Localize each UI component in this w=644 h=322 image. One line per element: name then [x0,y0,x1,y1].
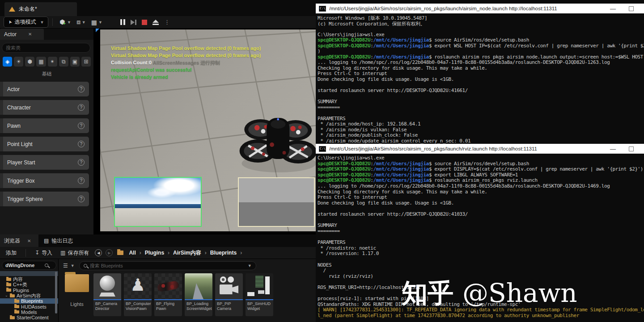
tree-item-models[interactable]: Models [0,309,58,315]
select-mode-button[interactable]: ➤ 选项模式 ▼ [4,17,48,28]
asset-bp-camera-director[interactable]: BP_Camera Director [93,273,121,316]
watermark-handle: @Shawn [462,278,577,308]
add-actor-button[interactable]: ⬢▼ [59,18,71,26]
minimize-button[interactable]: — [610,5,616,12]
minimize-button[interactable]: — [610,146,616,152]
blueprints-button[interactable]: ⧈▼ [76,18,86,26]
place-actor-item[interactable]: Trigger Sphere ? [0,192,89,206]
terminal-line: SUMMARY [318,99,644,105]
asset-search-input[interactable] [90,263,245,268]
sources-scrollbar[interactable] [55,272,57,314]
import-button[interactable]: ↧ 导入 [32,249,55,257]
tab-content-browser[interactable]: 浏览器 ✕ [0,234,38,247]
tab-output-log[interactable]: ▤ 输出日志 [38,237,78,245]
save-all-button[interactable]: ▥ 保存所有 [57,249,92,257]
close-icon[interactable]: ✕ [28,32,32,37]
terminal-line: C:\Users\jingjia>wsl.exe [318,155,644,161]
folder-icon [14,300,19,303]
expand-chevron-icon[interactable]: ⌄ [5,293,8,298]
asset-bp-loading-screen-widget[interactable]: BP_Loading ScreenWidget [185,273,212,316]
place-actor-item[interactable]: Player Start ? [0,155,89,170]
palette-lights-icon[interactable]: ☀ [14,57,23,67]
camera-preview-depth [238,177,315,227]
palette-volumes-icon[interactable]: ▣ [70,57,80,67]
palette-all-icon[interactable]: ⊞ [81,57,91,67]
terminal-output[interactable]: Microsoft Windows [版本 10.0.19045.5487](c… [316,13,644,144]
asset-bp-simhud-widget[interactable]: BP_SimHUD Widget [246,273,273,316]
output-log-icon: ▤ [44,238,49,244]
frame-step-button[interactable] [131,20,136,25]
asset-thumbnail [185,273,212,300]
tree-item-label: Plugins [13,288,29,293]
place-actor-item[interactable]: Pawn ? [0,118,89,133]
tree-item-content[interactable]: 内容 [0,276,58,282]
unreal-editor-window: 未命名* ➤ 选项模式 ▼ ⬢▼ ⧈▼ ▦▼ ⋮ [0,0,316,322]
tree-item-startercontent[interactable]: StarterContent [0,315,58,320]
tree-item-plugins[interactable]: Plugins [0,288,58,293]
place-search-input[interactable] [6,45,86,50]
back-button[interactable]: ◀ [95,249,102,256]
cinematics-button[interactable]: ▦▼ [91,19,102,26]
breadcrumb-item[interactable]: All [129,250,144,256]
folder-icon [117,251,123,255]
place-actor-item[interactable]: Trigger Box ? [0,173,89,188]
tree-item-airsim-content[interactable]: ⌄ AirSim内容 [0,293,58,298]
terminal-titlebar[interactable]: /mnt/c/Users/jingjia/AirSim/ros/src/airs… [316,4,644,13]
terminal-line: * /airsim_node/is_vulkan: False [318,127,644,133]
terminal-line: NODES [318,262,644,268]
tree-item-blueprints[interactable]: Blueprints [0,298,58,304]
sources-search-input[interactable] [5,263,45,268]
place-actors-tab[interactable]: Actor ✕ [0,29,44,40]
filter-button[interactable]: ☰▼ [63,263,75,269]
select-mode-label: 选项模式 [14,18,36,26]
terminal-line: Press Ctrl-C to interrupt [318,71,644,76]
terminal-line: / [318,268,644,273]
asset-folder-lights[interactable]: Lights [63,273,91,307]
place-actor-item[interactable]: Point Light ? [0,137,89,151]
palette-geometry-icon[interactable]: ⧉ [59,57,68,67]
sources-search-box[interactable] [2,261,56,270]
sources-panel: 内容 C++类 Plugin [0,259,59,322]
chevron-down-icon[interactable]: ▼ [248,263,252,268]
folder-tree: 内容 C++类 Plugin [0,276,58,320]
breadcrumb-item[interactable]: Blueprints [210,250,246,256]
content-browser-tab-label: 浏览器 [4,237,20,245]
terminal-line: Microsoft Windows [版本 10.0.19045.5487] [318,15,644,21]
breadcrumb-item[interactable]: AirSim内容 [173,249,210,257]
asset-search-box[interactable]: ▼ [79,261,256,270]
palette-basic-icon[interactable]: ◈ [3,57,12,67]
tree-item-cpp-classes[interactable]: C++类 [0,282,58,287]
asset-bp-computer-vision-pawn[interactable]: BP_Computer VisionPawn [124,273,152,316]
assets-pane: ☰▼ ▼ Lights [59,259,316,322]
palette-cinematic-icon[interactable]: ▦ [36,57,46,67]
eject-button[interactable] [153,20,159,25]
folder-icon [6,278,11,281]
place-actor-item[interactable]: Character ? [0,100,89,115]
search-icon [45,263,48,267]
help-icon: ? [78,122,85,129]
terminal-line: * /airsim_node/publish_clock: False [318,132,644,138]
level-tab[interactable]: 未命名* [4,2,77,16]
viewport[interactable]: Virtual Shadow Map Page Pool overflow de… [94,29,316,234]
maximize-button[interactable] [629,146,634,151]
asset-label: BP_PIP Camera [215,300,243,316]
maximize-button[interactable] [629,6,634,11]
asset-bp-flying-pawn[interactable]: BP_Flying Pawn [154,273,182,316]
place-category-label: 基础 [0,71,93,77]
tree-item-hudassets[interactable]: HUDAssets [0,304,58,309]
terminal-titlebar[interactable]: /mnt/c/Users/jingjia/AirSim/ros/src/airs… [316,144,644,154]
asset-bp-pip-camera[interactable]: BP_PIP Camera [215,273,243,316]
palette-effects-icon[interactable]: ✴ [48,57,57,67]
place-search-box[interactable] [2,43,90,53]
more-options-icon[interactable]: ⋮ [164,19,170,25]
help-icon: ? [78,196,85,202]
terminal-line: spc@DESKTOP-QJQD82U:/mnt/c/Users/jingjia… [318,166,644,172]
pause-button[interactable] [120,19,125,25]
place-actor-item[interactable]: Actor ? [0,82,89,96]
add-button[interactable]: 添加 [3,249,20,257]
stop-button[interactable] [142,20,147,25]
close-icon[interactable]: ✕ [27,238,31,243]
breadcrumb-item[interactable]: Plugins [145,250,173,256]
palette-shapes-icon[interactable]: ⬢ [25,57,34,67]
forward-button[interactable]: ▶ [106,249,113,256]
